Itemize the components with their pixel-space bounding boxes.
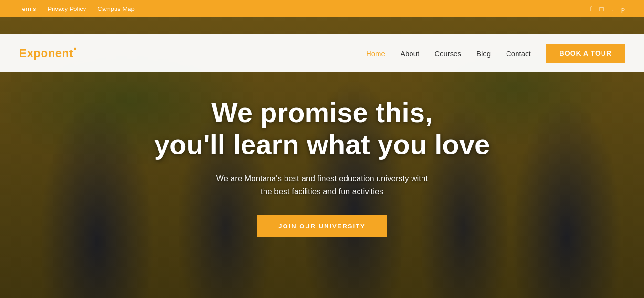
hero-content: We promise this, you'll learn what you l… bbox=[106, 97, 538, 237]
terms-link[interactable]: Terms bbox=[19, 5, 36, 12]
about-link[interactable]: About bbox=[401, 50, 419, 58]
hero-subtitle: We are Montana's best and finest educati… bbox=[154, 172, 490, 198]
top-bar: Terms Privacy Policy Campus Map f □ t p bbox=[0, 0, 644, 17]
main-nav: Home About Courses Blog Contact BOOK A T… bbox=[366, 44, 625, 63]
hero-section: Exponent· Home About Courses Blog Contac… bbox=[0, 17, 644, 298]
pinterest-icon[interactable]: p bbox=[621, 5, 625, 13]
page-wrapper: Terms Privacy Policy Campus Map f □ t p … bbox=[0, 0, 644, 298]
instagram-icon[interactable]: □ bbox=[599, 5, 603, 13]
courses-link[interactable]: Courses bbox=[434, 50, 461, 58]
contact-link[interactable]: Contact bbox=[506, 50, 531, 58]
social-links: f □ t p bbox=[590, 5, 625, 13]
join-university-button[interactable]: JOIN OUR UNIVERSITY bbox=[257, 215, 386, 237]
hero-title: We promise this, you'll learn what you l… bbox=[154, 97, 490, 160]
navbar: Exponent· Home About Courses Blog Contac… bbox=[0, 34, 644, 72]
campus-map-link[interactable]: Campus Map bbox=[97, 5, 134, 12]
facebook-icon[interactable]: f bbox=[590, 5, 591, 13]
blog-link[interactable]: Blog bbox=[476, 50, 491, 58]
top-bar-links: Terms Privacy Policy Campus Map bbox=[19, 5, 135, 12]
home-link[interactable]: Home bbox=[366, 50, 385, 58]
site-logo[interactable]: Exponent· bbox=[19, 47, 77, 60]
twitter-icon[interactable]: t bbox=[611, 5, 613, 13]
book-tour-button[interactable]: BOOK A TOUR bbox=[546, 44, 625, 63]
privacy-link[interactable]: Privacy Policy bbox=[47, 5, 86, 12]
